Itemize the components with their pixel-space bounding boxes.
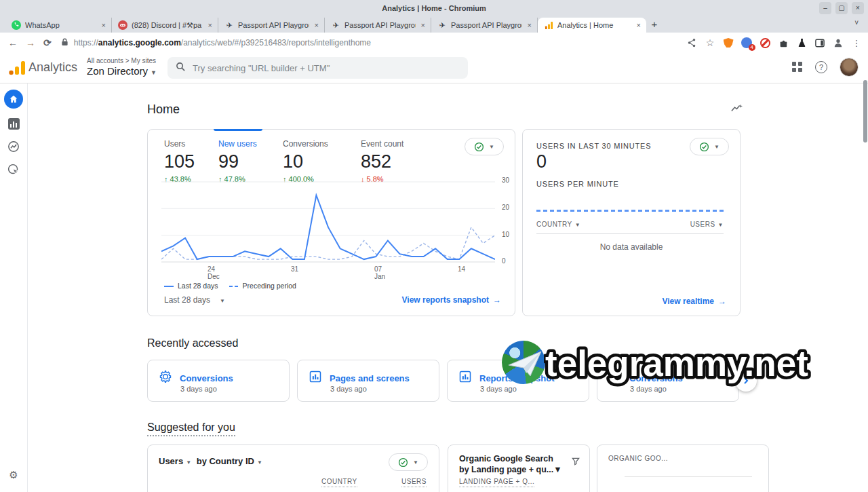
data-quality-dropdown[interactable]: ▼	[465, 138, 504, 155]
country-column-header[interactable]: COUNTRY▼	[536, 221, 580, 228]
recent-card-conversions-2[interactable]: Conversions 3 days ago	[597, 360, 739, 402]
data-quality-dropdown[interactable]: ▼	[389, 453, 428, 471]
recent-card-pages-screens[interactable]: Pages and screens 3 days ago	[297, 360, 439, 402]
nav-reports-icon[interactable]	[4, 114, 23, 133]
tab-discord[interactable]: (828) Discord | #⚒pa ×	[112, 18, 218, 33]
sidebar-toggle-icon[interactable]	[814, 37, 826, 49]
chevron-right-icon	[742, 377, 750, 385]
tab-passport-3[interactable]: ✈ Passport API Playground ×	[431, 18, 538, 33]
toolbar-extensions: ☆ 4 ⋮	[686, 33, 863, 53]
browser-menu-icon[interactable]: ⋮	[850, 37, 863, 49]
analytics-app-header: Analytics All accounts > My sites Zon Di…	[0, 53, 868, 83]
page-scrollbar[interactable]	[863, 80, 867, 143]
date-range-selector[interactable]: Last 28 days▼	[164, 295, 225, 305]
window-title: Analytics | Home - Chromium	[382, 4, 486, 12]
country-column-header[interactable]: COUNTRY	[321, 478, 357, 487]
metamask-extension-icon[interactable]	[722, 37, 734, 49]
chevron-down-icon[interactable]: ▼	[257, 459, 262, 466]
flask-extension-icon[interactable]	[795, 37, 808, 49]
chevron-down-icon[interactable]: ▼	[186, 459, 191, 466]
tab-close-icon[interactable]: ×	[100, 21, 107, 29]
metric-conversions[interactable]: Conversions 10 ↑ 400.0%	[283, 139, 361, 183]
carousel-next-button[interactable]	[735, 370, 757, 392]
share-icon[interactable]	[686, 37, 698, 49]
insights-icon[interactable]	[730, 102, 744, 117]
suggested-card-organic-search[interactable]: Organic Google Search by Landing page + …	[448, 444, 590, 492]
recent-card-conversions[interactable]: Conversions 3 days ago	[147, 360, 290, 402]
recently-accessed-heading: Recently accessed	[147, 337, 238, 349]
tab-label: WhatsApp	[25, 21, 96, 29]
analytics-logo-icon[interactable]	[8, 60, 26, 79]
data-quality-dropdown[interactable]: ▼	[690, 138, 729, 155]
recent-card-reports-snapshot[interactable]: Reports snapshot 3 days ago	[447, 360, 589, 402]
tab-passport-1[interactable]: ✈ Passport API Playground ×	[218, 18, 325, 33]
search-bar[interactable]	[167, 57, 468, 79]
profile-icon[interactable]	[832, 37, 844, 49]
tab-analytics-active[interactable]: Analytics | Home ×	[538, 18, 646, 33]
chevron-down-icon: ▼	[718, 222, 724, 228]
maximize-button[interactable]: ▢	[835, 2, 848, 14]
analytics-icon	[544, 20, 553, 30]
property-selector[interactable]: Zon Directory▼	[87, 65, 157, 77]
check-circle-icon	[699, 142, 709, 152]
tab-list-chevron-icon[interactable]: ˅	[854, 19, 859, 26]
google-apps-icon[interactable]	[792, 62, 803, 73]
wallet-extension-icon[interactable]: 4	[741, 37, 753, 49]
tab-close-icon[interactable]: ×	[207, 21, 214, 29]
forward-icon[interactable]: →	[26, 37, 35, 48]
view-realtime-link[interactable]: View realtime→	[663, 297, 727, 306]
chevron-down-icon: ▼	[220, 298, 225, 304]
close-button[interactable]: ×	[852, 2, 864, 14]
new-tab-button[interactable]: +	[646, 18, 663, 33]
recent-card-title: Reports snapshot	[479, 373, 555, 383]
discord-icon	[118, 20, 127, 30]
chevron-down-icon[interactable]: ▼	[553, 465, 561, 474]
bookmark-star-icon[interactable]: ☆	[704, 37, 716, 49]
filter-funnel-icon[interactable]	[572, 456, 580, 468]
suggested-card-partial[interactable]: ORGANIC GOO...	[597, 444, 769, 492]
url-text[interactable]: https://analytics.google.com/analytics/w…	[74, 38, 371, 48]
users-column-header[interactable]: USERS▼	[690, 221, 724, 228]
extensions-puzzle-icon[interactable]	[777, 37, 789, 49]
minimize-button[interactable]: –	[819, 2, 831, 14]
tab-close-icon[interactable]: ×	[313, 21, 320, 29]
tab-whatsapp[interactable]: WhatsApp ×	[5, 18, 112, 33]
tab-strip: WhatsApp × (828) Discord | #⚒pa × ✈ Pass…	[0, 16, 868, 33]
nav-home-icon[interactable]	[4, 90, 23, 109]
nav-advertising-icon[interactable]	[4, 160, 23, 179]
landing-page-column-header[interactable]: LANDING PAGE + Q...	[459, 478, 534, 487]
reload-icon[interactable]: ⟳	[43, 37, 52, 48]
nav-explore-icon[interactable]	[4, 137, 23, 156]
metric-value: 10	[283, 151, 361, 172]
tab-close-icon[interactable]: ×	[526, 21, 533, 29]
tab-passport-2[interactable]: ✈ Passport API Playground ×	[325, 18, 431, 33]
user-avatar[interactable]	[840, 58, 859, 77]
chevron-down-icon: ▼	[151, 69, 157, 76]
metric-new-users[interactable]: New users 99 ↑ 47.8%	[218, 139, 283, 183]
recent-card-time: 3 days ago	[180, 385, 217, 393]
x-tick: 31	[291, 265, 298, 273]
help-icon[interactable]: ?	[815, 61, 827, 73]
legend-preceding-period: Preceding period	[229, 282, 296, 290]
search-input[interactable]	[193, 63, 460, 73]
adblock-extension-icon[interactable]	[759, 37, 771, 49]
tab-label: Analytics | Home	[557, 21, 631, 29]
realtime-title: USERS IN LAST 30 MINUTES	[536, 142, 651, 150]
metric-event-count[interactable]: Event count 852 ↓ 5.8%	[361, 139, 403, 183]
back-icon[interactable]: ←	[8, 37, 18, 48]
tab-close-icon[interactable]: ×	[420, 21, 427, 29]
users-column-header[interactable]: USERS	[401, 478, 427, 487]
chevron-down-icon: ▼	[489, 144, 494, 150]
metric-users[interactable]: Users 105 ↑ 43.8%	[164, 139, 218, 183]
chart-legend: Last 28 days Preceding period	[164, 282, 296, 290]
account-breadcrumb[interactable]: All accounts > My sites	[87, 57, 156, 64]
metric-label: Event count	[361, 139, 403, 149]
recent-card-time: 3 days ago	[480, 385, 517, 393]
view-reports-snapshot-link[interactable]: View reports snapshot→	[402, 295, 501, 305]
suggested-card-users-by-country[interactable]: Users▼ by Country ID▼ ▼ COUNTRY USERS	[147, 444, 439, 492]
tab-close-icon[interactable]: ×	[635, 21, 642, 29]
users-per-minute-label: USERS PER MINUTE	[536, 180, 619, 188]
nav-admin-gear-icon[interactable]: ⚙	[4, 466, 23, 485]
organic-column-header[interactable]: ORGANIC GOO...	[608, 455, 668, 462]
lock-icon[interactable]	[61, 37, 68, 49]
